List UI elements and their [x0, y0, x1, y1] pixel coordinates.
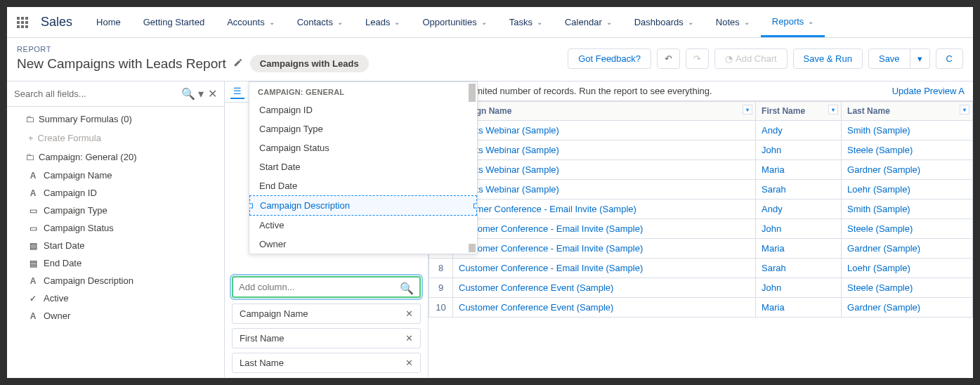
create-formula[interactable]: Create Formula — [7, 129, 224, 148]
cell-campaign[interactable]: Customer Conference Event (Sample) — [453, 278, 756, 298]
field-end-date[interactable]: ▤End Date — [7, 254, 224, 272]
dropdown-item[interactable]: End Date — [249, 176, 477, 195]
cell-campaign[interactable]: Customer Conference - Email Invite (Samp… — [453, 259, 756, 278]
cell-lastname[interactable]: Gardner (Sample) — [842, 298, 973, 318]
field-owner[interactable]: AOwner — [7, 307, 224, 325]
cell-campaign[interactable]: idgets Webinar (Sample) — [453, 141, 756, 160]
table-row: idgets Webinar (Sample)AndySmith (Sample… — [429, 121, 973, 141]
type-icon: ▤ — [28, 259, 38, 268]
cell-firstname[interactable]: Maria — [756, 239, 842, 259]
nav-reports[interactable]: Reports⌄ — [761, 7, 825, 37]
table-row: idgets Webinar (Sample)MariaGardner (Sam… — [429, 160, 973, 180]
save-button[interactable]: Save — [868, 48, 910, 69]
table-row: ustomer Conference - Email Invite (Sampl… — [429, 200, 973, 219]
chevron-down-icon: ⌄ — [688, 18, 693, 26]
cell-firstname[interactable]: Sarah — [756, 259, 842, 278]
fields-search-input[interactable] — [14, 89, 177, 99]
category-row[interactable]: 🗀Campaign: General (20) — [7, 148, 224, 167]
clear-search-icon[interactable]: ✕ — [208, 87, 217, 100]
dropdown-item[interactable]: Start Date — [249, 157, 477, 176]
report-type-pill[interactable]: Campaigns with Leads — [250, 55, 369, 72]
cell-campaign[interactable]: idgets Webinar (Sample) — [453, 121, 756, 141]
column-chip[interactable]: First Name✕ — [232, 328, 421, 348]
column-chip[interactable]: Campaign Name✕ — [232, 304, 421, 324]
cell-campaign[interactable]: idgets Webinar (Sample) — [453, 160, 756, 180]
cell-firstname[interactable]: John — [756, 141, 842, 160]
cell-campaign[interactable]: Customer Conference - Email Invite (Samp… — [453, 239, 756, 259]
dropdown-item[interactable]: Owner — [249, 235, 477, 254]
table-row: 10Customer Conference Event (Sample)Mari… — [429, 298, 973, 318]
dropdown-item[interactable]: Campaign ID — [249, 100, 477, 119]
column-header[interactable]: Last Name▾ — [842, 102, 973, 121]
remove-column-icon[interactable]: ✕ — [405, 358, 413, 368]
field-campaign-description[interactable]: ACampaign Description — [7, 272, 224, 289]
field-campaign-id[interactable]: ACampaign ID — [7, 184, 224, 202]
nav-opportunities[interactable]: Opportunities⌄ — [411, 7, 497, 37]
nav-accounts[interactable]: Accounts⌄ — [216, 7, 285, 37]
cell-firstname[interactable]: Andy — [756, 121, 842, 141]
nav-getting-started[interactable]: Getting Started — [132, 7, 216, 37]
column-filter-icon[interactable]: ▾ — [828, 105, 838, 115]
tab-outline[interactable]: ☰ — [230, 84, 244, 99]
nav-calendar[interactable]: Calendar⌄ — [554, 7, 623, 37]
cell-lastname[interactable]: Steele (Sample) — [842, 141, 973, 160]
redo-button[interactable]: ↷ — [686, 48, 709, 69]
cell-lastname[interactable]: Gardner (Sample) — [842, 160, 973, 180]
cell-campaign[interactable]: ustomer Conference - Email Invite (Sampl… — [453, 200, 756, 219]
add-chart-button[interactable]: ◔Add Chart — [714, 48, 788, 69]
dropdown-item[interactable]: Campaign Status — [249, 138, 477, 157]
cell-lastname[interactable]: Loehr (Sample) — [842, 259, 973, 278]
cell-lastname[interactable]: Steele (Sample) — [842, 219, 973, 239]
column-chip[interactable]: Last Name✕ — [232, 353, 421, 373]
cell-campaign[interactable]: idgets Webinar (Sample) — [453, 180, 756, 200]
table-row: 6Customer Conference - Email Invite (Sam… — [429, 219, 973, 239]
cell-lastname[interactable]: Gardner (Sample) — [842, 239, 973, 259]
nav-contacts[interactable]: Contacts⌄ — [286, 7, 354, 37]
close-button[interactable]: C — [936, 48, 963, 69]
type-icon: A — [28, 311, 38, 321]
nav-dashboards[interactable]: Dashboards⌄ — [623, 7, 705, 37]
column-header[interactable]: First Name▾ — [756, 102, 842, 121]
cell-firstname[interactable]: Andy — [756, 200, 842, 219]
cell-lastname[interactable]: Loehr (Sample) — [842, 180, 973, 200]
column-filter-icon[interactable]: ▾ — [743, 105, 752, 115]
cell-lastname[interactable]: Steele (Sample) — [842, 278, 973, 298]
remove-column-icon[interactable]: ✕ — [405, 308, 413, 319]
nav-tasks[interactable]: Tasks⌄ — [498, 7, 554, 37]
cell-campaign[interactable]: Customer Conference Event (Sample) — [453, 298, 756, 318]
cell-firstname[interactable]: John — [756, 219, 842, 239]
app-launcher-icon[interactable] — [7, 17, 38, 28]
field-start-date[interactable]: ▤Start Date — [7, 237, 224, 254]
cell-firstname[interactable]: Maria — [756, 298, 842, 318]
add-column-input[interactable] — [232, 276, 421, 298]
remove-column-icon[interactable]: ✕ — [405, 333, 413, 344]
nav-notes[interactable]: Notes⌄ — [705, 7, 761, 37]
cell-lastname[interactable]: Smith (Sample) — [842, 200, 973, 219]
edit-title-icon[interactable] — [233, 58, 243, 70]
field-campaign-type[interactable]: ▭Campaign Type — [7, 202, 224, 219]
cell-campaign[interactable]: Customer Conference - Email Invite (Samp… — [453, 219, 756, 239]
cell-firstname[interactable]: John — [756, 278, 842, 298]
column-header[interactable]: npaign Name▾ — [453, 102, 756, 121]
category-row[interactable]: 🗀Summary Formulas (0) — [7, 110, 224, 129]
cell-firstname[interactable]: Maria — [756, 160, 842, 180]
dropdown-item[interactable]: Active — [249, 216, 477, 235]
field-active[interactable]: ✓Active — [7, 289, 224, 307]
feedback-button[interactable]: Got Feedback? — [568, 48, 651, 69]
field-campaign-status[interactable]: ▭Campaign Status — [7, 219, 224, 237]
cell-lastname[interactable]: Smith (Sample) — [842, 121, 973, 141]
nav-home[interactable]: Home — [85, 7, 132, 37]
save-menu-caret[interactable]: ▾ — [910, 48, 930, 69]
update-preview-link[interactable]: Update Preview A — [892, 86, 965, 96]
dropdown-item[interactable]: Campaign Description — [249, 195, 477, 216]
undo-button[interactable]: ↶ — [657, 48, 680, 69]
type-icon: ✓ — [28, 294, 38, 304]
column-filter-icon[interactable]: ▾ — [960, 105, 969, 115]
save-run-button[interactable]: Save & Run — [793, 48, 863, 69]
field-campaign-name[interactable]: ACampaign Name — [7, 167, 224, 184]
cell-firstname[interactable]: Sarah — [756, 180, 842, 200]
search-icon[interactable]: 🔍 ▾ — [181, 87, 204, 100]
column-picker-dropdown: CAMPAIGN: GENERAL Campaign IDCampaign Ty… — [249, 81, 478, 254]
dropdown-item[interactable]: Campaign Type — [249, 119, 477, 138]
nav-leads[interactable]: Leads⌄ — [354, 7, 411, 37]
